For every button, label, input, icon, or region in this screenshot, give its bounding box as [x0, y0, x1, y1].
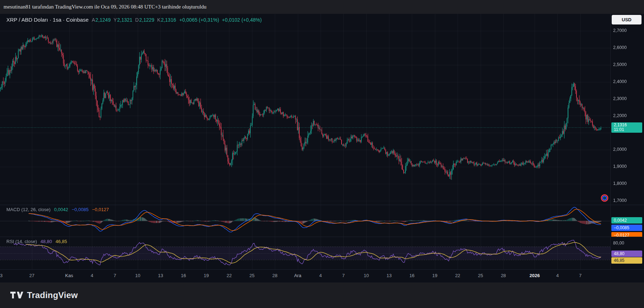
macd-value-badge: −0,0127 — [611, 232, 642, 237]
attribution-bar: mesutinan81 tarafından TradingView.com i… — [0, 0, 644, 14]
time-tick: 25 — [250, 273, 255, 278]
rsi-title: RSI (14, close) — [6, 239, 37, 244]
price-scale-label: 1,8000 — [613, 181, 627, 186]
time-tick: 7 — [579, 273, 582, 278]
price-scale-labels: 2,70002,60002,50002,40002,30002,20002,00… — [611, 14, 644, 205]
price-pane: XRP / ABD Doları · 1sa · Coinbase A2,124… — [0, 14, 644, 205]
rsi-value-badge: 48,80 — [611, 251, 642, 257]
ohlc-pair: A2,1249 — [92, 17, 111, 23]
tradingview-wordmark[interactable]: TradingView — [27, 290, 78, 300]
change-values: +0,0065 (+0,31%)+0,0102 (+0,48%) — [179, 17, 262, 23]
last-price-badge: 2,1316 11:01 — [611, 122, 642, 133]
time-tick: Ara — [294, 273, 301, 278]
time-tick: 4 — [91, 273, 93, 278]
time-tick: 7 — [342, 273, 345, 278]
chart-panel: XRP / ABD Doları · 1sa · Coinbase A2,124… — [0, 14, 644, 282]
rsi-ma-value: 46,85 — [56, 239, 67, 244]
time-tick: 16 — [409, 273, 414, 278]
time-tick: 19 — [432, 273, 437, 278]
price-scale-label: 1,9000 — [613, 164, 627, 169]
time-tick: 19 — [204, 273, 209, 278]
price-scale-label: 1,7000 — [613, 198, 627, 203]
rings-icon[interactable] — [601, 194, 608, 202]
ohlc-label: Y — [114, 17, 117, 23]
time-tick: 28 — [272, 273, 277, 278]
rsi-value-badge: 46,85 — [611, 257, 642, 264]
symbol-legend: XRP / ABD Doları · 1sa · Coinbase A2,124… — [6, 17, 262, 23]
time-tick: 10 — [135, 273, 140, 278]
rsi-scale-label: 80,00 — [613, 241, 624, 246]
ohlc-value: 2,1321 — [117, 17, 132, 23]
macd-line-value: −0,0085 — [72, 207, 88, 212]
price-scale-label: 2,3000 — [613, 96, 627, 101]
time-tick: 4 — [319, 273, 322, 278]
time-tick: 22 — [455, 273, 460, 278]
ohlc-value: 2,1229 — [139, 17, 154, 23]
time-tick: 7 — [114, 273, 116, 278]
ohlc-pair: D2,1229 — [135, 17, 154, 23]
macd-hist-value: 0,0042 — [54, 207, 68, 212]
ohlc-row: A2,1249Y2,1321D2,1229K2,1316 — [92, 17, 176, 23]
ohlc-pair: Y2,1321 — [114, 17, 132, 23]
time-tick: 4 — [556, 273, 559, 278]
time-tick: 2026 — [529, 273, 540, 278]
ohlc-label: D — [135, 17, 139, 23]
macd-legend: MACD (12, 26, close) 0,0042 −0,0085 −0,0… — [6, 207, 109, 212]
time-tick: 28 — [501, 273, 506, 278]
time-tick: 22 — [227, 273, 231, 278]
price-scale-label: 2,0000 — [613, 147, 627, 152]
macd-value-badge: 0,0042 — [611, 217, 642, 224]
macd-title: MACD (12, 26, close) — [6, 207, 50, 212]
attribution-text: mesutinan81 tarafından TradingView.com i… — [4, 4, 207, 10]
price-scale-label: 2,7000 — [613, 28, 627, 33]
time-ticks: 2327Kas4710131619222528Ara47101316192225… — [0, 270, 611, 282]
macd-pane: MACD (12, 26, close) 0,0042 −0,0085 −0,0… — [0, 205, 644, 237]
macd-scale[interactable]: 0,0042−0,0085−0,0127 — [610, 205, 644, 237]
tradingview-snapshot: mesutinan81 tarafından TradingView.com i… — [0, 0, 644, 308]
footer-bar: TradingView — [0, 282, 644, 308]
rsi-value: 48,80 — [40, 239, 52, 244]
change-value: +0,0102 (+0,48%) — [222, 17, 262, 23]
change-value: +0,0065 (+0,31%) — [179, 17, 219, 23]
time-tick: 13 — [387, 273, 392, 278]
time-tick: 23 — [0, 273, 2, 278]
price-scale-label: 2,6000 — [613, 45, 627, 50]
symbol-title: XRP / ABD Doları · 1sa · Coinbase — [6, 17, 89, 23]
macd-signal-value: −0,0127 — [92, 207, 109, 212]
rsi-pane: RSI (14, close) 48,80 46,85 80,00 48,804… — [0, 237, 644, 270]
price-scale-label: 2,4000 — [613, 79, 627, 84]
rsi-canvas[interactable] — [0, 237, 611, 269]
countdown-timer: 11:01 — [614, 127, 642, 132]
ohlc-value: 2,1249 — [95, 17, 111, 23]
rsi-legend: RSI (14, close) 48,80 46,85 — [6, 239, 67, 244]
time-tick: 13 — [158, 273, 163, 278]
time-tick: 27 — [29, 273, 34, 278]
time-tick: Kas — [65, 273, 73, 278]
macd-value-badge: −0,0085 — [611, 225, 642, 231]
rsi-scale[interactable]: 80,00 48,8046,85 — [610, 237, 644, 269]
ohlc-value: 2,1316 — [161, 17, 176, 23]
time-tick: 10 — [364, 273, 369, 278]
ohlc-label: A — [92, 17, 95, 23]
time-tick: 25 — [478, 273, 483, 278]
price-scale-label: 2,2000 — [613, 113, 627, 118]
price-scale[interactable]: USD 2,70002,60002,50002,40002,30002,2000… — [610, 14, 644, 205]
time-tick: 16 — [181, 273, 186, 278]
price-scale-label: 2,5000 — [613, 62, 627, 67]
ohlc-pair: K2,1316 — [157, 17, 176, 23]
tradingview-logo-icon[interactable] — [10, 291, 23, 300]
ohlc-label: K — [157, 17, 160, 23]
price-chart-canvas[interactable] — [0, 14, 611, 205]
time-axis[interactable]: 2327Kas4710131619222528Ara47101316192225… — [0, 270, 644, 282]
